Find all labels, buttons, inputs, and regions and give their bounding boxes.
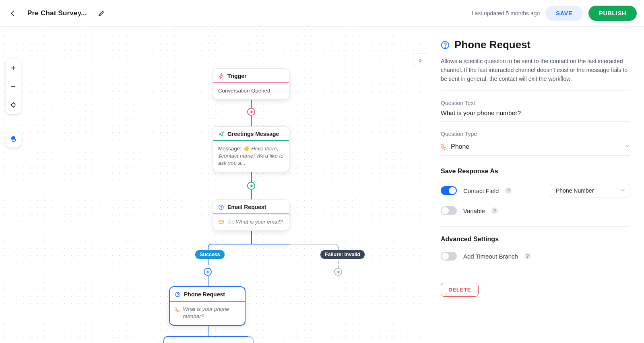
panel-description: Allows a specific question to be sent to…: [441, 57, 630, 91]
help-icon[interactable]: ?: [505, 187, 512, 194]
question-type-label: Question Type: [441, 131, 630, 137]
properties-panel: Phone Request Allows a specific question…: [427, 27, 644, 343]
chevron-down-icon: [624, 143, 630, 150]
save-response-heading: Save Response As: [441, 168, 630, 175]
svg-point-7: [445, 47, 445, 47]
timeout-label: Add Timeout Branch: [463, 253, 518, 260]
panel-title: Phone Request: [454, 39, 530, 51]
edit-title-button[interactable]: [94, 6, 109, 21]
bolt-icon: [218, 73, 224, 79]
pan-toolbar: [6, 131, 21, 148]
add-step-button[interactable]: [204, 268, 212, 276]
zoom-in-button[interactable]: [6, 59, 21, 77]
svg-point-2: [221, 208, 221, 209]
svg-point-0: [12, 103, 15, 107]
delete-button[interactable]: DELETE: [441, 283, 479, 297]
node-trigger[interactable]: Trigger Conversation Opened: [213, 68, 289, 100]
question-icon: [218, 204, 224, 210]
variable-toggle[interactable]: [441, 206, 457, 215]
timeout-toggle[interactable]: [441, 252, 457, 261]
svg-rect-3: [219, 220, 223, 224]
svg-point-5: [178, 296, 178, 296]
branch-success[interactable]: Success: [195, 250, 225, 259]
help-icon[interactable]: ?: [491, 207, 498, 214]
last-updated-text: Last updated 5 months ago: [472, 10, 540, 16]
back-button[interactable]: [6, 6, 20, 21]
publish-button[interactable]: PUBLISH: [588, 6, 637, 21]
node-body: Conversation Opened: [213, 83, 289, 99]
add-step-button[interactable]: [247, 182, 255, 190]
add-step-button[interactable]: [334, 268, 342, 276]
node-body: What is your phone number?: [170, 302, 245, 325]
phone-icon: [441, 144, 447, 150]
question-type-select[interactable]: Phone: [441, 140, 630, 156]
save-button[interactable]: SAVE: [545, 6, 583, 21]
branch-failure[interactable]: Failure: Invalid: [320, 250, 365, 259]
contact-field-toggle[interactable]: [441, 186, 457, 195]
node-title: Trigger: [227, 73, 246, 79]
question-icon: [441, 41, 450, 49]
zoom-fit-button[interactable]: [6, 96, 21, 114]
phone-icon: [175, 306, 180, 312]
workflow-canvas[interactable]: Trigger Conversation Opened Greetings Me…: [0, 27, 427, 343]
contact-field-label: Contact Field: [463, 187, 499, 194]
question-icon: [175, 292, 181, 298]
node-phone-request[interactable]: Phone Request What is your phone number?: [169, 286, 246, 326]
node-body: ✉️ What is your email?: [213, 214, 289, 230]
node-title: Email Request: [227, 204, 266, 210]
node-email-request[interactable]: Email Request ✉️ What is your email?: [213, 199, 289, 231]
add-step-button[interactable]: [247, 108, 255, 116]
collapse-panel-button[interactable]: [413, 53, 427, 67]
zoom-out-button[interactable]: [6, 77, 21, 96]
contact-field-select[interactable]: Phone Number: [550, 184, 630, 197]
help-icon[interactable]: ?: [524, 253, 531, 259]
node-body: Message: 👋 Hello there, $contact.name! W…: [213, 141, 289, 172]
zoom-toolbar: [6, 59, 21, 114]
chevron-down-icon: [620, 187, 626, 194]
advanced-settings-heading: Advanced Settings: [441, 236, 630, 243]
node-greeting-message[interactable]: Greetings Message Message: 👋 Hello there…: [213, 126, 289, 172]
mail-icon: [218, 219, 224, 225]
variable-label: Variable: [463, 207, 485, 214]
question-text-input[interactable]: What is your phone number?: [441, 109, 630, 122]
node-title: Phone Request: [184, 291, 225, 298]
question-text-label: Question Text: [441, 100, 630, 106]
page-title: Pre Chat Survey...: [27, 9, 87, 17]
pan-button[interactable]: [6, 131, 21, 148]
node-title: Greetings Message: [227, 131, 279, 137]
send-icon: [218, 131, 224, 137]
